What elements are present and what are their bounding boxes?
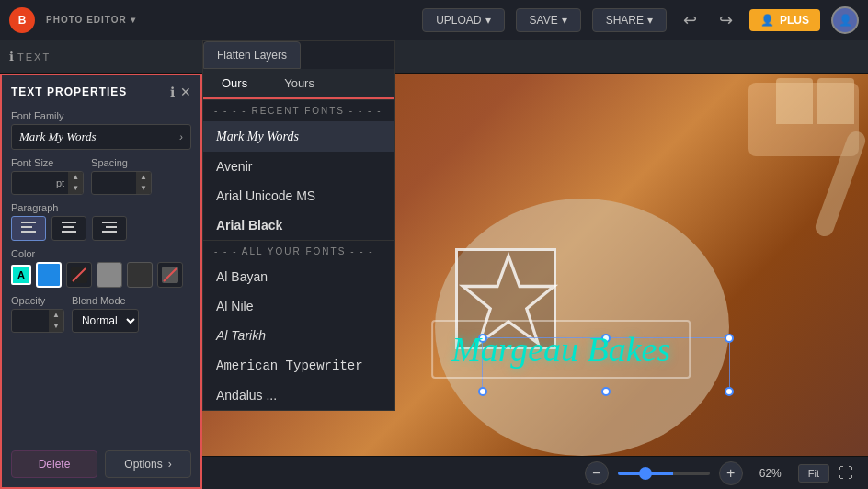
font-dropdown-panel: Flatten Layers Ours Yours - - - - RECENT… [202,74,395,411]
paragraph-row [11,216,191,241]
panel-icons: ℹ ✕ [170,85,191,99]
redo-button[interactable]: ↪ [714,6,738,34]
color-section: Color A [11,248,191,288]
color-text-swatch[interactable]: A [11,265,31,285]
secondbar: ℹ TEXT [0,40,868,74]
zoom-in-button[interactable]: + [719,461,743,485]
share-dropdown-icon: ▾ [647,14,653,27]
color-swatch-dark[interactable] [127,262,153,288]
options-button[interactable]: Options › [105,450,191,478]
app-title: PHOTO EDITOR ▾ [46,15,136,25]
zoom-slider[interactable] [618,472,710,475]
font-family-selector[interactable]: Mark My Words › [11,124,191,150]
font-item-american-typewriter[interactable]: American Typewriter [203,350,394,381]
plus-label: PLUS [780,14,809,27]
fit-button[interactable]: Fit [798,464,829,483]
font-size-input: 64 pt ▲ ▼ [11,171,84,195]
muffin-cup [817,78,854,124]
save-button[interactable]: SAVE ▾ [516,8,581,32]
font-family-value: Mark My Words [19,130,97,144]
upload-dropdown-icon: ▾ [485,14,491,27]
text-properties-panel: TEXT PROPERTIES ℹ ✕ Font Family Mark My … [0,74,202,489]
align-center-button[interactable] [51,216,86,241]
fullscreen-button[interactable]: ⛶ [839,465,853,482]
font-item-al-tarikh[interactable]: Al Tarikh [203,321,394,350]
font-size-label: Font Size [11,157,84,168]
transparent-icon [71,267,87,283]
zoom-out-button[interactable]: − [585,461,609,485]
size-spacing-row: Font Size 64 pt ▲ ▼ Spacing 0 ▲ ▼ [11,157,191,195]
undo-button[interactable]: ↩ [678,6,702,34]
align-left-button[interactable] [11,216,46,241]
share-button[interactable]: SHARE ▾ [592,8,667,32]
main-area: TEXT PROPERTIES ℹ ✕ Font Family Mark My … [0,74,868,489]
font-name-al-bayan: Al Bayan [216,269,268,284]
color-label: Color [11,248,191,259]
spacing-down[interactable]: ▼ [136,183,151,194]
section-info-icon[interactable]: ℹ [9,50,14,63]
font-size-down[interactable]: ▼ [68,183,83,194]
font-name-arial-black: Arial Black [216,218,282,233]
all-fonts-label: - - - ALL YOUR FONTS - - - [203,240,394,262]
avatar[interactable]: 👤 [831,6,859,34]
muffin-cup2 [776,78,813,124]
blend-group: Blend Mode Normal [72,295,139,333]
font-item-al-nile[interactable]: Al Nile [203,291,394,321]
delete-button[interactable]: Delete [11,450,97,478]
color-strikethrough-swatch[interactable] [157,262,183,288]
paragraph-section: Paragraph [11,202,191,241]
opacity-group: Opacity 100 ▲ ▼ [11,295,64,333]
color-swatch-blue[interactable] [36,262,62,288]
font-item-arial-black[interactable]: Arial Black [203,210,394,240]
color-swatch-gray[interactable] [97,262,122,288]
plus-button[interactable]: 👤 PLUS [749,9,820,31]
font-size-up[interactable]: ▲ [68,172,83,183]
section-label: TEXT [17,51,51,63]
font-item-avenir[interactable]: Avenir [203,152,394,181]
svg-rect-4 [63,226,74,228]
font-item-al-bayan[interactable]: Al Bayan [203,262,394,291]
font-size-field[interactable]: 64 [12,173,56,193]
app-logo[interactable]: B [9,7,35,33]
blend-mode-label: Blend Mode [72,295,139,306]
save-label: SAVE [530,14,558,27]
spacing-field[interactable]: 0 [92,173,136,193]
opacity-spinners: ▲ ▼ [49,310,63,332]
title-dropdown-icon[interactable]: ▾ [131,15,136,25]
font-name-al-tarikh: Al Tarikh [216,328,266,343]
strikethrough-icon [162,267,178,283]
font-tabs-row: Ours Yours [203,74,394,99]
zoom-value: 62 [760,467,771,480]
spacing-group: Spacing 0 ▲ ▼ [91,157,152,195]
align-right-button[interactable] [92,216,127,241]
opacity-down[interactable]: ▼ [49,321,63,332]
opacity-label: Opacity [11,295,64,306]
upload-button[interactable]: UPLOAD ▾ [422,8,504,32]
panel-close-button[interactable]: ✕ [180,85,191,99]
font-name-arial-unicode: Arial Unicode MS [216,188,315,203]
font-item-andalus[interactable]: Andalus ... [203,381,394,410]
spacing-up[interactable]: ▲ [136,172,151,183]
color-transparent-swatch[interactable] [66,262,92,288]
opacity-input: 100 ▲ ▼ [11,309,64,333]
font-name-mark-my-words: Mark My Words [216,130,299,143]
align-center-icon [62,222,76,233]
font-item-mark-my-words[interactable]: Mark My Words [203,121,394,152]
font-size-group: Font Size 64 pt ▲ ▼ [11,157,84,195]
panel-header: TEXT PROPERTIES ℹ ✕ [11,85,191,99]
blend-mode-select[interactable]: Normal [72,309,139,333]
svg-rect-3 [62,222,76,223]
canvas-text-overlay[interactable]: Margeau Bakes [431,320,691,379]
tab-yours[interactable]: Yours [266,74,333,97]
canvas-bottom-bar: − + 62% Fit ⛶ [202,456,868,489]
opacity-up[interactable]: ▲ [49,310,63,321]
topbar: B PHOTO EDITOR ▾ UPLOAD ▾ SAVE ▾ SHARE ▾… [0,0,868,40]
opacity-field[interactable]: 100 [12,311,49,331]
svg-rect-1 [21,226,32,228]
panel-info-button[interactable]: ℹ [170,85,175,99]
font-item-arial-unicode[interactable]: Arial Unicode MS [203,181,394,210]
bottom-buttons: Delete Options › [11,450,191,478]
tab-ours[interactable]: Ours [203,74,266,99]
options-label: Options [124,458,162,471]
font-name-avenir: Avenir [216,159,252,174]
